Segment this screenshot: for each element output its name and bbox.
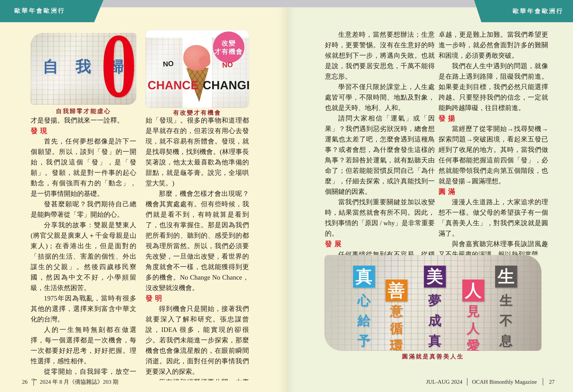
article-column-3: 生意差時，當然要想辦法；生意好時，更要警惕。沒有在生意好的時候就想到下一步，將邁… (325, 29, 435, 255)
tile-character: 成 (428, 311, 441, 331)
word-no-left: NO (163, 59, 174, 68)
tile-square: 真 (353, 266, 375, 287)
tile-square: 人 (462, 280, 484, 302)
tile-character: 見 (467, 303, 480, 320)
tile-character: 心 (358, 290, 371, 311)
photo1-caption: 自我歸零才能虛心 (31, 107, 136, 115)
paragraph: 人的一生無時無刻都在做選擇，每一個選擇都是一次機會，每一次都要好好思考，好好把握… (31, 324, 136, 366)
value-tile: 生生不息 (495, 266, 517, 351)
word-change: CHANGE (203, 78, 249, 92)
section-heading: 圓滿 (439, 186, 548, 197)
photo-truth-goodness-beauty: 真心給予善意循環美夢成真人見人愛生生不息 (324, 255, 541, 351)
paragraph: 學習不僅只限於課堂上，人生處處皆可學，不限時間、地點及對象，也就是天時、地利、人… (325, 82, 435, 113)
tile-character: 息 (500, 331, 513, 351)
paragraph: 請問大家相信「運氣」或「因果」？我們遇到惡劣狀況時，總會想運氣也太差了吧，怎麼會… (325, 113, 435, 197)
paragraph: 生意差時，當然要想辦法；生意好時，更要警惕。沒有在生意好的時候就想到下一步，將邁… (325, 29, 435, 82)
photo3-caption: 圓滿就是真善美人生 (324, 353, 541, 360)
tile-square: 美 (424, 266, 446, 287)
photo1-zero-glyph: 0 (101, 29, 122, 106)
tile-character: 不 (500, 311, 513, 331)
bubble-text-line2: 才有機會 (214, 48, 243, 55)
tile-vertical-text: 生不息 (495, 290, 517, 351)
paragraph: 我們在人生中遇到的問題，就像是在路上遇到路障，阻礙我們前進。如果要走到目標，我們… (439, 61, 548, 113)
value-tile: 善意循環 (385, 280, 407, 351)
value-tile: 真心給予 (353, 266, 375, 351)
paragraph: 始「發現」。很多的事物和道理都是早就存在的，但若沒有用心去發現，就不容易有所體會… (145, 115, 249, 188)
paragraph: 發甚麼願呢？我們期待自己總是能夠帶著從「零」開始的心。 (31, 199, 136, 220)
tile-character: 愛 (467, 337, 480, 351)
article-column-2: 始「發現」。很多的事物和道理都是早就存在的，但若沒有用心去發現，就不容易有所體會… (145, 115, 249, 380)
value-tile: 人見人愛 (462, 280, 484, 351)
right-header-title: 歐華年會歐洲行 (513, 7, 564, 15)
tile-square: 生 (495, 266, 517, 287)
tile-square: 善 (385, 280, 407, 302)
paragraph: 首先，任何夢想都像是許下一個願望。所以，談到「發」的一開始，我們說這個「發」，是… (31, 136, 136, 199)
paragraph: 當我們找到重要關鍵並加以改變時，結果當然就會有所不同。因此，找到事情的「原因 /… (325, 197, 435, 239)
left-header-title: 歐華年會歐洲行 (15, 7, 65, 15)
word-chance: CHANCE (148, 78, 199, 92)
paragraph: 卓越，更是難上加難。當我們希望更進一步時，就必然會面對許多的難關和困境，必須要勇… (439, 29, 548, 61)
tile-character: 人 (467, 320, 480, 337)
footer-date: JUL-AUG 2024 (426, 379, 463, 385)
tile-main-character: 善 (388, 282, 405, 299)
tile-vertical-text: 見人愛 (462, 303, 484, 351)
right-page-number: 27 (549, 379, 555, 385)
bubble-text-line1: 改變 (221, 39, 236, 47)
speech-bubble: 改變 才有機會 (213, 32, 244, 63)
word-no-right: NO (222, 60, 233, 69)
footer-divider (543, 378, 543, 386)
left-footer-text: 2024 年 8 月《僑協雜誌》203 期 (40, 378, 118, 386)
paragraph: 才是發揚。我們就來一一詮釋。 (31, 115, 136, 125)
tile-character: 環 (390, 337, 403, 351)
paragraph: 與會嘉賓聽完林理事長詼諧風趣又不失嚴肅的演講，報以熱烈掌聲。 (439, 239, 548, 255)
photo-self-to-zero: 自 我 歸 0 (31, 33, 136, 105)
left-page-footer: 26 2024 年 8 月《僑協雜誌》203 期 (22, 378, 118, 386)
footer-divider (467, 378, 467, 386)
section-heading: 發現 (31, 125, 136, 136)
right-page-footer: JUL-AUG 2024 OCAH Bimonthly Magazine 27 (286, 378, 555, 386)
left-page-number: 26 (22, 379, 28, 385)
footer-divider (34, 378, 34, 386)
tile-main-character: 人 (465, 282, 482, 299)
article-column-1: 才是發揚。我們就來一一詮釋。發現首先，任何夢想都像是許下一個願望。所以，談到「發… (31, 115, 136, 380)
tile-character: 予 (358, 331, 371, 351)
footer-magazine-name: OCAH Bimonthly Magazine (472, 379, 537, 385)
section-heading: 發展 (325, 239, 435, 249)
tile-character: 真 (428, 331, 441, 351)
tile-vertical-text: 夢成真 (424, 290, 446, 351)
tile-main-character: 生 (498, 268, 515, 285)
ice-cream-scoop-icon (199, 55, 210, 67)
tile-main-character: 美 (427, 268, 443, 285)
paragraph: 所有權和經營權要分開，由專業經理人主理，事業才能成功。 (145, 377, 249, 380)
tile-vertical-text: 心給予 (353, 290, 375, 351)
building-photo-texture (145, 38, 182, 108)
tile-character: 給 (358, 311, 371, 331)
paragraph: 當經歷了從零開始→找尋契機→探索問題→突破困境，看起來五發已經到了收尾的地方。其… (439, 124, 548, 186)
tile-vertical-text: 意循環 (385, 303, 407, 351)
tile-character: 循 (390, 320, 403, 337)
tile-main-character: 真 (356, 268, 372, 285)
paragraph: 分享我的故事：雙親是雙東人(將官父親是廣東人＋千金母親是山東人)；在香港出生，但… (31, 220, 136, 293)
section-heading: 發明 (145, 293, 249, 303)
tile-character: 意 (390, 303, 403, 320)
article-column-4: 卓越，更是難上加難。當我們希望更進一步時，就必然會面對許多的難關和困境，必須要勇… (439, 29, 548, 255)
paragraph: 1975年因為戰亂，當時有很多其他的選擇，選擇來到富含中華文化的台灣。 (31, 293, 136, 324)
paragraph: 任何事情從無到有不容易，從穩定到優秀更是困難。但是，要從優秀到 (325, 249, 435, 255)
section-heading: 發揚 (439, 113, 548, 124)
photo-no-change-no-chance: 改變 才有機會 NO NO CHANCE CHANGE (145, 30, 249, 108)
paragraph: 漫漫人生道路上，大家追求的理想不一樣。做父母的希望孩子有一個「真善美人生」，對我… (439, 197, 548, 239)
value-tile: 美夢成真 (424, 266, 446, 351)
top-gray-band (89, 0, 488, 7)
tile-character: 生 (500, 290, 513, 311)
paragraph: 得到機會只是開始，接著我們就要深入了解和研究。張忠謀曾說，IDEA 很多，能實現… (145, 303, 249, 377)
paragraph: 那麼，機會怎樣才會出現呢？機會其實處處有。但有些時候，我們就是看不到，有時就算是… (145, 188, 249, 293)
tile-character: 夢 (428, 290, 441, 311)
